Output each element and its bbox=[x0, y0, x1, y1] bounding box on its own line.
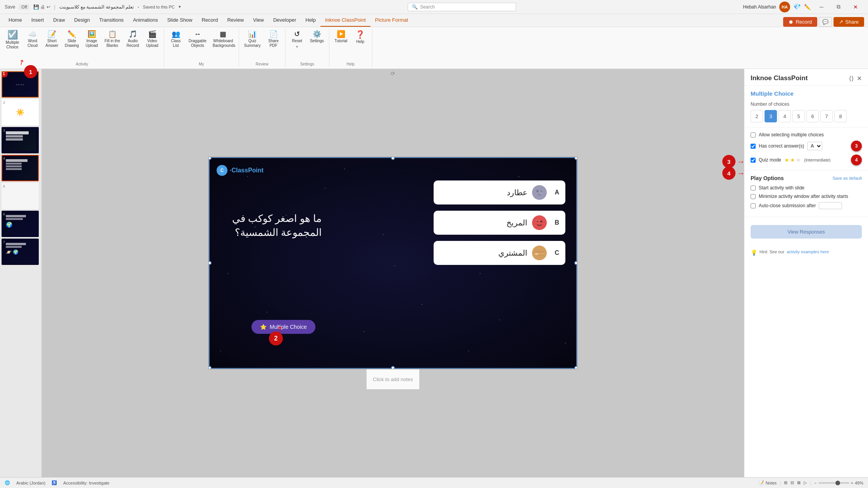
zoom-out-btn[interactable]: − bbox=[814, 481, 816, 485]
multiple-choice-btn[interactable]: ☑️ MultipleChoice bbox=[2, 29, 22, 52]
choice-8-btn[interactable]: 8 bbox=[834, 110, 847, 122]
search-box[interactable]: 🔍 Search bbox=[408, 3, 516, 11]
slide-thumb-7[interactable]: 7 🪐 🌍 bbox=[2, 239, 39, 265]
tab-transitions[interactable]: Transitions bbox=[95, 14, 128, 27]
word-cloud-btn[interactable]: ☁️ WordCloud bbox=[23, 29, 42, 50]
audio-record-btn[interactable]: 🎵 AudioRecord bbox=[124, 29, 142, 50]
panel-close-icon[interactable]: ✕ bbox=[857, 75, 862, 82]
tab-inknoe-classpoint[interactable]: Inknoe ClassPoint bbox=[320, 14, 370, 27]
arrow-4: → bbox=[737, 169, 745, 178]
short-answer-btn[interactable]: 📝 ShortAnswer bbox=[43, 29, 61, 50]
tab-animations[interactable]: Animations bbox=[128, 14, 162, 27]
quiz-mode-label: Quiz mode bbox=[759, 157, 781, 163]
choice-2-btn[interactable]: 2 bbox=[751, 110, 763, 122]
choice-5-btn[interactable]: 5 bbox=[792, 110, 805, 122]
pen-icon[interactable]: ✏️ bbox=[804, 4, 811, 10]
answer-choice-c[interactable]: C المشتري bbox=[434, 241, 565, 265]
tab-view[interactable]: View bbox=[248, 14, 269, 27]
answer-choice-a[interactable]: A عطارد bbox=[434, 180, 565, 204]
top-scroll-arrow[interactable]: ⟳ bbox=[391, 70, 395, 77]
record-ribbon-button[interactable]: ⏺ Record bbox=[783, 17, 817, 27]
mars-icon bbox=[532, 215, 547, 230]
num-choices-label: Number of choices bbox=[751, 101, 862, 107]
choice-7-btn[interactable]: 7 bbox=[820, 110, 833, 122]
tab-slideshow[interactable]: Slide Show bbox=[162, 14, 197, 27]
settings-btn[interactable]: ⚙️ Settings bbox=[307, 29, 327, 45]
share-pdf-btn[interactable]: 📄 SharePDF bbox=[264, 29, 283, 50]
save-default-link[interactable]: Save as default bbox=[832, 176, 862, 180]
tab-developer[interactable]: Developer bbox=[269, 14, 301, 27]
draggable-objects-btn[interactable]: ↔️ DraggableObjects bbox=[186, 29, 209, 50]
slide-canvas[interactable]: C ·ClassPoint ما هو اصغر كوكب فيالمجموعة… bbox=[208, 157, 577, 369]
view-reading-btn[interactable]: ⊠ bbox=[797, 480, 801, 485]
start-with-slide-checkbox[interactable] bbox=[751, 186, 756, 191]
restore-btn[interactable]: ⧉ bbox=[831, 2, 846, 12]
svg-point-0 bbox=[532, 186, 546, 199]
reset-btn[interactable]: ↺ Reset ▾ bbox=[288, 29, 307, 51]
avatar[interactable]: HA bbox=[779, 2, 790, 12]
search-area: 🔍 Search bbox=[408, 3, 516, 11]
auto-close-checkbox[interactable] bbox=[751, 203, 756, 208]
tab-insert[interactable]: Insert bbox=[27, 14, 49, 27]
tab-picture-format[interactable]: Picture Format bbox=[370, 14, 413, 27]
choice-text-c: المشتري bbox=[498, 248, 527, 258]
notes-btn[interactable]: 📝 Notes bbox=[759, 480, 777, 485]
choice-letter-b: B bbox=[551, 219, 559, 226]
tab-record[interactable]: Record bbox=[197, 14, 222, 27]
share-button[interactable]: ↗ Share bbox=[834, 17, 864, 27]
choice-4-btn[interactable]: 4 bbox=[778, 110, 791, 122]
saved-dropdown[interactable]: ▾ bbox=[179, 4, 181, 9]
view-present-btn[interactable]: ▷ bbox=[804, 480, 807, 485]
zoom-slider[interactable] bbox=[818, 482, 849, 484]
tab-design[interactable]: Design bbox=[70, 14, 95, 27]
view-grid-btn[interactable]: ⊟ bbox=[790, 480, 794, 485]
answer-choice-b[interactable]: B المريخ bbox=[434, 211, 565, 235]
close-btn[interactable]: ✕ bbox=[848, 2, 863, 12]
slide-thumb-6[interactable]: 6 🌍 bbox=[2, 211, 39, 237]
choice-6-btn[interactable]: 6 bbox=[806, 110, 819, 122]
tab-help[interactable]: Help bbox=[301, 14, 320, 27]
panel-collapse-icon[interactable]: ⟨⟩ bbox=[849, 75, 854, 82]
correct-answer-select[interactable]: A B C bbox=[807, 142, 822, 150]
comment-btn[interactable]: 💬 bbox=[819, 17, 832, 27]
zoom-in-btn[interactable]: + bbox=[851, 481, 853, 485]
slide-drawing-btn[interactable]: ✏️ SlideDrawing bbox=[62, 29, 82, 50]
auto-close-input[interactable] bbox=[819, 202, 842, 209]
view-responses-button[interactable]: View Responses bbox=[751, 225, 862, 239]
minimize-btn[interactable]: ─ bbox=[814, 2, 829, 12]
tab-review[interactable]: Review bbox=[222, 14, 248, 27]
tutorial-btn[interactable]: ▶️ Tutorial bbox=[332, 29, 350, 45]
class-list-btn[interactable]: 👥 ClassList bbox=[167, 29, 185, 50]
settings-icon: ⚙️ bbox=[313, 31, 321, 38]
notes-label: Notes bbox=[766, 481, 777, 485]
allow-multiple-checkbox[interactable] bbox=[751, 132, 756, 137]
slide-thumb-4[interactable]: 4 bbox=[2, 155, 39, 181]
class-list-icon: 👥 bbox=[172, 31, 180, 38]
multiple-choice-icon: ☑️ bbox=[7, 31, 18, 39]
quiz-summary-btn[interactable]: 📊 QuizSummary bbox=[241, 29, 264, 50]
notes-area[interactable]: Click to add notes bbox=[367, 369, 419, 389]
help-btn[interactable]: ❓ Help bbox=[351, 29, 370, 46]
fill-blanks-btn[interactable]: 📋 Fill in theBlanks bbox=[102, 29, 123, 50]
slide-thumb-2[interactable]: 2 ☀️ bbox=[2, 99, 39, 125]
view-normal-btn[interactable]: ⊞ bbox=[784, 480, 787, 485]
start-with-slide-row: Start activity with slide bbox=[751, 185, 862, 191]
choice-3-btn[interactable]: 3 bbox=[765, 110, 777, 122]
minimize-window-checkbox[interactable] bbox=[751, 194, 756, 199]
has-correct-checkbox[interactable] bbox=[751, 144, 756, 149]
notes-icon: 📝 bbox=[759, 480, 764, 485]
options-section: Allow selecting multiple choices Has cor… bbox=[744, 127, 868, 170]
video-upload-btn[interactable]: 🎬 VideoUpload bbox=[143, 29, 162, 50]
tab-home[interactable]: Home bbox=[4, 14, 27, 27]
language-indicator: 🌐 bbox=[5, 480, 10, 485]
slide-thumb-3[interactable]: 3 bbox=[2, 127, 39, 153]
slide-thumb-5[interactable]: 5 bbox=[2, 183, 39, 209]
video-upload-icon: 🎬 bbox=[148, 31, 157, 38]
quiz-mode-checkbox[interactable] bbox=[751, 158, 756, 163]
tab-draw[interactable]: Draw bbox=[48, 14, 69, 27]
whiteboard-bg-btn[interactable]: ▦ WhiteboardBackgrounds bbox=[210, 29, 236, 50]
save-toggle[interactable]: Off bbox=[19, 4, 29, 10]
image-upload-btn[interactable]: 🖼️ ImageUpload bbox=[83, 29, 101, 50]
hint-link[interactable]: activity examples here bbox=[787, 249, 829, 254]
zoom-slider-thumb bbox=[835, 481, 840, 485]
